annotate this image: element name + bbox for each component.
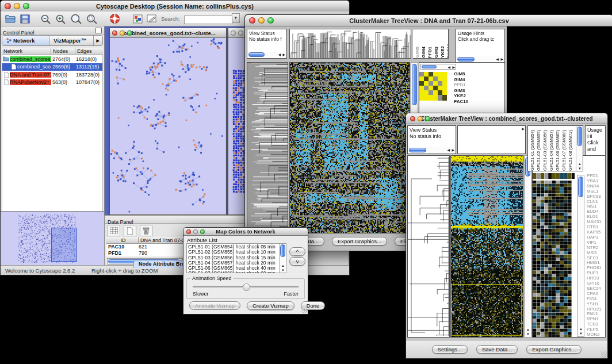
attribute-list-item[interactable]: GPL51-07 (GSM868) heat shock 60 min	[188, 271, 285, 273]
close-button[interactable]	[186, 229, 191, 234]
tab-vizmapper[interactable]: VizMapper™	[49, 36, 93, 45]
tv2-view-status: View Status No status info ◀ ▶	[407, 125, 456, 154]
tv2-column-label: GPL51-02 (GSM855)	[536, 130, 541, 171]
close-button[interactable]	[410, 116, 415, 121]
treeview2-titlebar[interactable]: ClusterMaker TreeView : combined_scores_…	[406, 113, 607, 124]
tv2-heatmap-vscrollbar[interactable]: ▲ ▼	[524, 155, 531, 338]
minimize-button[interactable]	[120, 30, 125, 36]
network-overview-canvas[interactable]	[1, 212, 104, 265]
tv2-heatmap[interactable]	[450, 155, 523, 338]
attr-col-id[interactable]: ID	[106, 237, 139, 244]
tv2-column-label: GPL51-03 (GSM856)	[542, 130, 548, 171]
tv1-row-dendrogram[interactable]	[247, 62, 288, 233]
search-input[interactable]	[184, 16, 232, 24]
minimize-button[interactable]	[238, 30, 243, 36]
tv1-detail-hscrollbar[interactable]: ◀ ▶	[420, 64, 456, 70]
open-session-icon[interactable]	[5, 14, 16, 24]
usage-hints-text: Click and drag tc	[458, 36, 504, 42]
tv1-status-hscrollbar[interactable]: ◀ ▶	[248, 52, 286, 58]
tv2-export-graphics-button[interactable]: Export Graphics...	[526, 345, 582, 354]
usage-hints-title: Usage Hi	[587, 127, 605, 140]
close-button[interactable]	[5, 3, 11, 9]
tv2-save-data-button[interactable]: Save Data...	[476, 345, 518, 354]
new-attribute-icon[interactable]	[124, 225, 136, 236]
network-row-combined-scores[interactable]: combined_scores_ 2764(0) 16218(0)	[2, 55, 102, 63]
tv1-column-dendrogram[interactable]	[289, 29, 411, 59]
tv2-settings-button[interactable]: Settings...	[432, 345, 468, 354]
network-row-selected[interactable]: combined_sco 2569(6) 13112(15)	[2, 63, 102, 71]
zoom-fit-icon[interactable]	[70, 14, 82, 24]
zoom-window-button[interactable]	[425, 116, 430, 121]
main-titlebar[interactable]: Cytoscape Desktop (Session Name: collins…	[1, 1, 349, 12]
minimize-button[interactable]	[418, 116, 423, 121]
tv1-column-label: GIM5	[415, 47, 420, 58]
zoom-out-icon[interactable]	[40, 14, 51, 24]
close-button[interactable]	[249, 17, 255, 24]
help-lifering-icon[interactable]	[109, 13, 120, 24]
treeview1-titlebar[interactable]: ClusterMaker TreeView : DNA and Tran 07-…	[245, 15, 612, 26]
zoom-window-button[interactable]	[127, 30, 132, 36]
search-label: Search:	[161, 16, 180, 22]
tab-network[interactable]: Network	[2, 36, 49, 45]
move-up-button[interactable]: ^	[289, 247, 305, 256]
tv1-gene-label[interactable]: PFD1	[454, 82, 468, 88]
tv1-gene-label[interactable]: YKE2	[454, 93, 468, 99]
select-attributes-icon[interactable]	[108, 225, 120, 236]
tv1-gene-label[interactable]: GIM3	[454, 88, 468, 94]
save-session-icon[interactable]	[20, 14, 30, 24]
close-button[interactable]	[231, 30, 236, 36]
zoom-in-icon[interactable]	[55, 14, 66, 24]
tv2-status-hscrollbar[interactable]: ◀ ▶	[408, 147, 455, 153]
vizmapper-icon[interactable]	[133, 14, 143, 24]
col-header-edges[interactable]: Edges	[75, 48, 103, 55]
tv1-usage-hscrollbar[interactable]: ◀ ▶	[457, 56, 504, 62]
tabs-more-button[interactable]: ▶	[94, 36, 102, 45]
col-header-nodes[interactable]: Nodes	[51, 48, 75, 55]
network-row-rnapuber[interactable]: RNAPuberNov2+ 563(0) 107847(0)	[2, 79, 102, 87]
dialog-titlebar[interactable]: Map Colors to Network	[183, 228, 308, 236]
minimize-button[interactable]	[14, 3, 20, 9]
tv1-column-label: GIM3	[434, 47, 439, 58]
animation-speed-slider[interactable]	[193, 286, 299, 288]
network-view-titlebar[interactable]: combined_scores_good.txt--cluste...	[110, 28, 226, 38]
file-icon	[2, 72, 10, 78]
file-icon	[2, 79, 10, 85]
search-dropdown-icon[interactable]: ▼	[232, 13, 240, 23]
treeview2-body: View Status No status info ◀ ▶ ▶ GPL51-0…	[406, 124, 606, 340]
tv1-gene-label[interactable]: GIM4	[454, 77, 468, 83]
resize-grip[interactable]	[600, 351, 607, 358]
network-view-canvas[interactable]	[110, 38, 225, 214]
control-panel-header: Control Panel	[1, 26, 104, 35]
tv1-gene-label[interactable]: PAC10	[454, 99, 468, 105]
resize-grip[interactable]	[301, 307, 307, 313]
slider-thumb[interactable]	[243, 283, 250, 291]
float-panel-icon[interactable]	[95, 28, 102, 33]
attribute-list-vscrollbar[interactable]: ▲ ▼	[279, 244, 286, 273]
zoom-window-button[interactable]	[267, 17, 274, 24]
animate-vizmap-button[interactable]: Animate Vizmap	[189, 301, 240, 310]
move-down-button[interactable]: v	[289, 257, 305, 266]
annotation-icon[interactable]	[147, 14, 157, 24]
attribute-list-label: Attribute List	[187, 237, 217, 243]
tv1-gene-label[interactable]: GIM5	[454, 71, 468, 77]
network-tab-icon	[6, 38, 12, 43]
tv1-export-graphics-button[interactable]: Export Graphics...	[332, 237, 387, 246]
tv2-zoom-vscrollbar[interactable]: ▲ ▼	[577, 175, 584, 337]
zoom-window-button[interactable]	[23, 3, 29, 9]
create-vizmap-button[interactable]: Create Vizmap	[247, 301, 294, 310]
tv1-heatmap[interactable]	[289, 62, 410, 233]
col-header-network[interactable]: Network	[2, 48, 51, 55]
close-button[interactable]	[112, 30, 117, 36]
tv2-labels-vscrollbar[interactable]: ▲ ▼	[576, 126, 583, 171]
zoom-selected-icon[interactable]	[86, 14, 98, 24]
tv2-gene-label[interactable]: MON2	[587, 332, 602, 338]
network-row-dna-tran[interactable]: DNA and Tran 07 769(0) 183728(0)	[2, 71, 102, 79]
delete-attribute-icon[interactable]	[140, 225, 152, 236]
zoom-window-button[interactable]	[200, 229, 205, 234]
tv2-column-dendrogram[interactable]: ▶	[457, 125, 526, 154]
tv2-row-dendrogram[interactable]	[407, 155, 450, 338]
network-overview[interactable]	[1, 211, 104, 266]
minimize-button[interactable]	[258, 17, 265, 24]
minimize-button[interactable]	[193, 229, 198, 234]
tv2-zoom-heatmap[interactable]	[533, 181, 572, 337]
